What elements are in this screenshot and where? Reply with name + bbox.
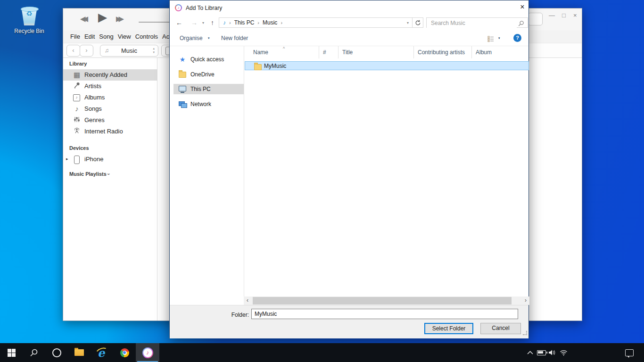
select-folder-button[interactable]: Select Folder <box>424 323 473 334</box>
folder-label: Folder: <box>170 312 249 318</box>
search-icon <box>30 348 38 357</box>
devices-header: Devices <box>69 145 89 151</box>
folder-name-input[interactable] <box>251 309 518 319</box>
scrollbar-thumb[interactable] <box>253 297 512 304</box>
internet-explorer-button[interactable]: e <box>91 343 113 362</box>
view-options-button[interactable] <box>487 35 495 44</box>
chrome-button[interactable] <box>113 343 136 362</box>
menu-item-edit[interactable]: Edit <box>84 33 95 40</box>
tray-wifi[interactable] <box>560 343 568 362</box>
action-center-icon <box>625 349 634 356</box>
recycle-bin[interactable]: ♻ Recycle Bin <box>10 4 48 34</box>
next-track-button[interactable]: ▶▶ <box>116 15 121 23</box>
itunes-taskbar-button[interactable]: ♪ <box>136 343 159 362</box>
sidebar-item-genres[interactable]: Genres <box>63 115 157 126</box>
crumb-separator-icon: › <box>281 20 282 25</box>
updown-carets-icon: ▴▾ <box>153 47 155 54</box>
menu-item-song[interactable]: Song <box>99 33 113 40</box>
up-button[interactable]: ↑ <box>211 19 214 26</box>
grid-icon: ▦ <box>72 70 82 80</box>
search-input[interactable] <box>427 18 517 28</box>
new-folder-button[interactable]: New folder <box>221 35 248 41</box>
column-header-name[interactable]: Name <box>244 46 319 58</box>
cortana-icon <box>52 348 61 357</box>
taskbar-search-button[interactable] <box>23 343 45 362</box>
file-row-mymusic[interactable]: MyMusic <box>245 61 529 70</box>
expand-right-icon[interactable]: ▸ <box>66 156 68 161</box>
column-header-title[interactable]: Title <box>339 46 414 58</box>
itunes-search-box[interactable] <box>528 13 543 25</box>
start-button[interactable] <box>0 343 23 362</box>
sidebar-item-artists[interactable]: Artists <box>63 81 157 92</box>
itunes-back-button[interactable]: ‹ <box>66 45 80 57</box>
action-center-button[interactable] <box>625 343 634 362</box>
taskbar: e ♪ <box>0 343 644 362</box>
column-header-contributing-artists[interactable]: Contributing artists <box>414 46 472 58</box>
forward-button: → <box>191 19 198 26</box>
dialog-titlebar: ♪ Add To Library × <box>170 0 528 15</box>
search-box[interactable] <box>426 17 528 28</box>
nav-item-onedrive[interactable]: OneDrive <box>170 69 244 80</box>
cancel-button[interactable]: Cancel <box>480 323 521 334</box>
nav-item-quick-access[interactable]: ★ Quick access <box>170 54 244 65</box>
recycle-bin-icon: ♻ <box>19 4 40 26</box>
tray-battery[interactable] <box>537 343 546 362</box>
folder-icon <box>254 63 262 70</box>
music-playlists-header[interactable]: Music Playlists › <box>69 171 109 177</box>
tray-volume[interactable] <box>548 343 556 362</box>
sidebar-item-iphone[interactable]: ▸ iPhone <box>63 154 157 165</box>
play-button[interactable]: ▶ <box>98 10 107 24</box>
sidebar-item-songs[interactable]: ♪ Songs <box>63 103 157 115</box>
address-dropdown-icon[interactable]: ▾ <box>407 21 409 25</box>
dialog-footer: Folder: Select Folder Cancel <box>170 305 528 338</box>
previous-track-button[interactable]: ◀◀ <box>80 15 85 23</box>
address-bar[interactable]: ♪ › This PC › Music › ▾ <box>219 17 413 28</box>
back-button[interactable]: ← <box>176 19 182 26</box>
caret-down-icon[interactable]: ▾ <box>498 36 500 40</box>
column-header-number[interactable]: # <box>319 46 339 58</box>
cortana-button[interactable] <box>45 343 68 362</box>
scroll-right-icon[interactable]: › <box>522 296 529 305</box>
column-header-album[interactable]: Album <box>472 46 529 58</box>
menu-item-controls[interactable]: Controls <box>135 33 158 40</box>
sidebar-item-albums[interactable]: ♪ Albums <box>63 92 157 103</box>
breadcrumb-music[interactable]: Music <box>263 19 277 26</box>
help-button[interactable]: ? <box>513 34 521 42</box>
file-explorer-button[interactable] <box>68 343 91 362</box>
organise-button[interactable]: Organise <box>180 35 203 41</box>
close-icon[interactable]: × <box>573 12 577 19</box>
search-icon <box>518 20 524 28</box>
minimize-icon[interactable]: — <box>549 12 555 19</box>
breadcrumb-this-pc[interactable]: This PC <box>234 19 255 26</box>
battery-icon <box>537 350 546 355</box>
chevron-up-icon <box>527 351 533 354</box>
history-dropdown-icon[interactable]: ▾ <box>202 21 204 25</box>
dialog-command-bar: Organise ▾ New folder ▾ ? <box>170 31 528 46</box>
sidebar-item-recently-added[interactable]: ▦ Recently Added <box>63 69 157 81</box>
dialog-nav-row: ← → ▾ ↑ ♪ › This PC › Music › ▾ <box>170 15 528 31</box>
horizontal-scrollbar[interactable]: ‹ › <box>244 296 529 305</box>
scroll-left-icon[interactable]: ‹ <box>244 296 251 305</box>
dialog-title: Add To Library <box>186 5 222 11</box>
resize-grip[interactable] <box>523 329 528 337</box>
itunes-forward-button[interactable]: › <box>80 45 93 57</box>
sidebar-item-internet-radio[interactable]: Internet Radio <box>63 126 157 137</box>
close-icon[interactable]: × <box>518 2 527 12</box>
nav-item-this-pc[interactable]: This PC <box>173 84 244 94</box>
speaker-icon <box>548 349 556 356</box>
menu-item-view[interactable]: View <box>118 33 131 40</box>
refresh-button[interactable] <box>413 17 423 28</box>
maximize-icon[interactable]: □ <box>562 12 566 19</box>
star-icon: ★ <box>178 55 187 64</box>
antenna-icon <box>72 127 82 136</box>
crumb-separator-icon: › <box>229 20 231 25</box>
media-picker-value: Music <box>100 47 158 54</box>
refresh-icon <box>415 20 421 26</box>
menu-item-file[interactable]: File <box>70 33 80 40</box>
media-picker-dropdown[interactable]: ♫ Music ▴▾ <box>100 45 158 57</box>
microphone-icon <box>72 82 82 91</box>
itunes-app-icon: ♪ <box>175 4 182 11</box>
tray-chevron-up[interactable] <box>527 343 533 362</box>
add-to-library-dialog: ♪ Add To Library × ← → ▾ ↑ ♪ › This PC ›… <box>169 0 529 338</box>
nav-item-network[interactable]: Network <box>170 99 244 109</box>
